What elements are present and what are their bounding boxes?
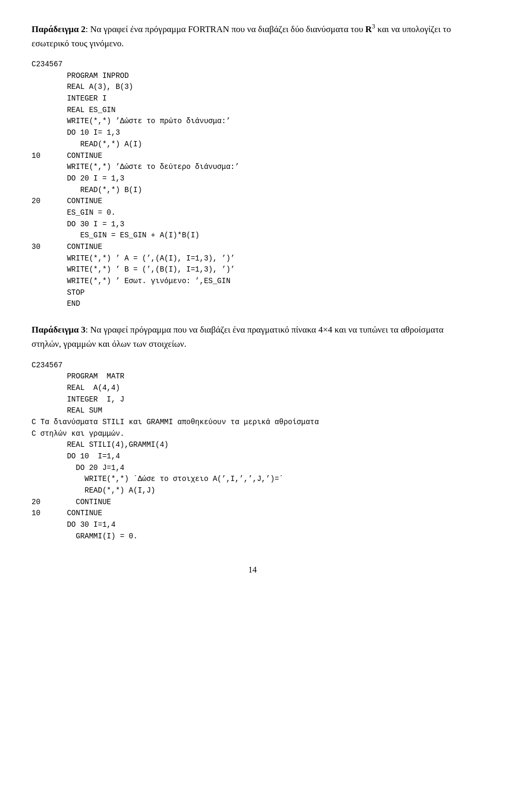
page-content: Παράδειγμα 2: Να γραφεί ένα πρόγραμμα FO…: [32, 21, 473, 576]
section3-code: C234567 PROGRAM MATR REAL A(4,4) INTEGER…: [32, 360, 473, 543]
page-number: 14: [32, 564, 473, 576]
section3-title-bold: Παράδειγμα 3: [32, 325, 85, 335]
section3-title-rest: : Να γραφεί πρόγραμμα που να διαβάζει έν…: [32, 325, 443, 349]
section2-title-rest: : Να γραφεί ένα πρόγραμμα FORTRAN που να…: [85, 24, 365, 34]
section2-title-bold: Παράδειγμα 2: [32, 24, 85, 34]
section2-code: C234567 PROGRAM INPROD REAL A(3), B(3) I…: [32, 59, 473, 310]
section3-title: Παράδειγμα 3: Να γραφεί πρόγραμμα που να…: [32, 323, 473, 351]
section2-R-bold: R: [366, 24, 372, 34]
section2-title: Παράδειγμα 2: Να γραφεί ένα πρόγραμμα FO…: [32, 21, 473, 51]
